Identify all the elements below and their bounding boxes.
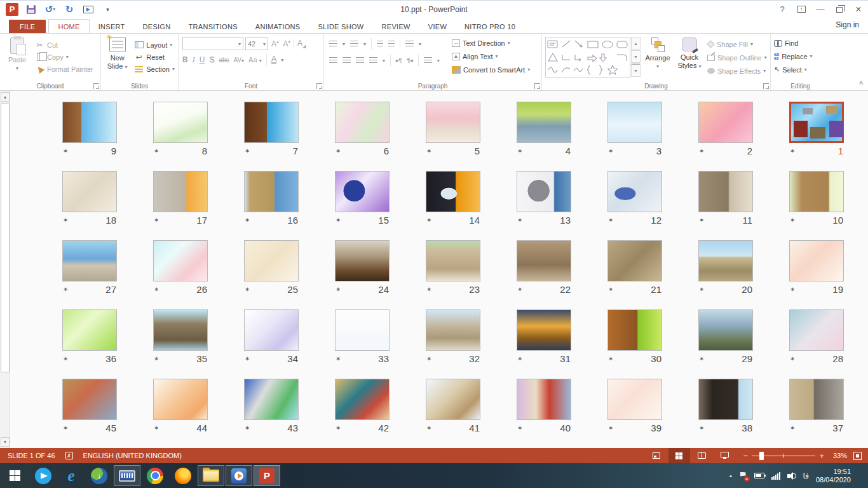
reading-view-button[interactable] <box>691 448 713 463</box>
slide-thumbnail-29[interactable] <box>698 309 753 351</box>
increase-indent-button[interactable] <box>388 41 395 48</box>
clear-formatting-button[interactable]: A◢ <box>296 39 307 49</box>
align-left-button[interactable] <box>329 57 337 64</box>
action-center-flag-icon[interactable] <box>740 472 747 480</box>
slide-thumbnail-32[interactable] <box>426 309 480 351</box>
slide-thumbnail-23[interactable] <box>426 240 480 281</box>
input-language-indicator[interactable]: فا <box>803 471 809 480</box>
scrollbar-up-arrow[interactable]: ▲ <box>1 92 10 102</box>
slide-thumbnail-4[interactable] <box>517 102 571 143</box>
redo-button[interactable]: ↻ <box>61 3 78 17</box>
language-indicator[interactable]: ENGLISH (UNITED KINGDOM) <box>83 452 182 459</box>
font-name-combo[interactable]: ▾ <box>182 37 243 50</box>
slide-thumbnail-31[interactable] <box>517 309 571 351</box>
slide-thumbnail-25[interactable] <box>244 240 299 281</box>
shape-effects-button[interactable]: Shape Effects▾ <box>705 64 769 78</box>
slide-thumbnail-26[interactable] <box>153 240 208 281</box>
tab-review[interactable]: REVIEW <box>373 20 419 33</box>
shapes-scroll-up-button[interactable]: ▲ <box>631 37 641 50</box>
slide-thumbnail-28[interactable] <box>789 309 844 351</box>
shape-fill-button[interactable]: Shape Fill▾ <box>705 37 769 51</box>
fit-slide-to-window-button[interactable] <box>853 452 862 460</box>
slide-sorter-view-button[interactable] <box>668 448 690 463</box>
paste-dropdown[interactable]: ▾ <box>16 64 18 72</box>
tab-file[interactable]: FILE <box>9 20 46 33</box>
copy-button[interactable]: Copy▾ <box>33 51 95 63</box>
slide-thumbnail-22[interactable] <box>517 240 571 281</box>
slide-thumbnail-6[interactable] <box>335 102 390 143</box>
tab-animations[interactable]: ANIMATIONS <box>247 20 309 33</box>
start-from-beginning-button[interactable] <box>80 3 97 17</box>
restore-button[interactable] <box>830 1 849 18</box>
slide-thumbnail-18[interactable] <box>62 171 117 212</box>
align-text-button[interactable]: ▲Align Text▾ <box>450 50 540 63</box>
slide-thumbnail-35[interactable] <box>153 309 208 351</box>
slide-thumbnail-12[interactable] <box>607 171 662 212</box>
tab-insert[interactable]: INSERT <box>90 20 134 33</box>
arrange-button[interactable]: Arrange ▾ <box>642 35 674 81</box>
slide-thumbnail-14[interactable] <box>426 171 480 212</box>
tab-nitro-pro-10[interactable]: NITRO PRO 10 <box>456 20 524 33</box>
ltr-direction-button[interactable]: ▸¶ <box>396 57 402 64</box>
copy-dropdown[interactable]: ▾ <box>66 54 69 60</box>
layout-button[interactable]: Layout▾ <box>132 39 177 51</box>
taskbar-clock[interactable]: 19:51 08/04/2020 <box>816 468 855 484</box>
underline-button[interactable]: U <box>200 55 205 64</box>
normal-view-button[interactable] <box>646 448 667 463</box>
slide-thumbnail-44[interactable] <box>153 379 208 420</box>
character-spacing-button[interactable]: AV▾ <box>233 57 244 64</box>
slide-thumbnail-37[interactable] <box>789 379 844 420</box>
drawing-dialog-launcher[interactable] <box>763 83 769 89</box>
text-direction-button[interactable]: ↔Text Direction▾ <box>450 36 540 50</box>
slide-thumbnail-36[interactable] <box>62 309 117 351</box>
shapes-gallery[interactable] <box>545 37 630 78</box>
new-slide-dropdown[interactable]: ▾ <box>125 64 127 70</box>
undo-dropdown[interactable]: ▾ <box>53 6 55 12</box>
text-shadow-button[interactable]: S <box>209 55 214 64</box>
bullets-button[interactable] <box>329 41 337 48</box>
reset-button[interactable]: ↩Reset <box>132 51 177 63</box>
font-dialog-launcher[interactable] <box>316 83 322 89</box>
slide-thumbnail-3[interactable] <box>607 102 662 143</box>
taskbar-idm-button[interactable]: ↓ <box>86 465 112 486</box>
start-button[interactable] <box>0 463 29 488</box>
zoom-in-button[interactable]: + <box>819 451 824 461</box>
scrollbar-thumb[interactable] <box>1 103 10 372</box>
rtl-direction-button[interactable]: ¶◂ <box>407 57 412 64</box>
find-button[interactable]: Find <box>772 36 829 50</box>
quick-styles-button[interactable]: Quick Styles ▾ <box>674 35 705 81</box>
slide-thumbnail-40[interactable] <box>517 379 571 420</box>
tray-expand-icon[interactable]: ▲ <box>729 473 733 478</box>
slide-thumbnail-5[interactable] <box>426 102 480 143</box>
spell-check-icon[interactable]: ✗ <box>65 452 73 459</box>
slide-thumbnail-11[interactable] <box>698 171 753 212</box>
slide-thumbnail-9[interactable] <box>62 102 117 143</box>
volume-icon[interactable] <box>787 472 796 480</box>
tab-home[interactable]: HOME <box>48 19 89 34</box>
clipboard-dialog-launcher[interactable] <box>93 83 99 89</box>
paste-button[interactable]: Paste ▾ <box>1 35 33 81</box>
sign-in-link[interactable]: Sign in <box>836 20 859 29</box>
slide-thumbnail-19[interactable] <box>789 240 844 281</box>
slide-thumbnail-7[interactable] <box>244 102 299 143</box>
slide-thumbnail-2[interactable] <box>698 102 753 143</box>
customize-qat-button[interactable]: ▾ <box>99 3 116 17</box>
new-slide-button[interactable]: New Slide ▾ <box>102 35 132 81</box>
slide-thumbnail-30[interactable] <box>607 309 662 351</box>
zoom-slider-thumb[interactable] <box>759 452 764 460</box>
save-button[interactable] <box>23 3 39 17</box>
slide-thumbnail-42[interactable] <box>335 379 390 420</box>
font-name-dropdown[interactable]: ▾ <box>238 41 241 47</box>
slide-thumbnail-24[interactable] <box>335 240 390 281</box>
font-size-dropdown[interactable]: ▾ <box>263 41 266 47</box>
zoom-level[interactable]: 33% <box>825 452 847 459</box>
change-case-button[interactable]: Aa ▾ <box>248 56 262 64</box>
bold-button[interactable]: B <box>182 55 188 64</box>
slide-thumbnail-10[interactable] <box>789 171 844 212</box>
slide-thumbnail-27[interactable] <box>62 240 117 281</box>
taskbar-powerpoint-button[interactable]: P <box>254 465 280 486</box>
scrollbar-down-arrow[interactable]: ▼ <box>1 437 10 447</box>
slide-thumbnail-16[interactable] <box>244 171 299 212</box>
network-signal-icon[interactable] <box>771 472 780 480</box>
taskbar-chrome-button[interactable] <box>142 465 168 486</box>
